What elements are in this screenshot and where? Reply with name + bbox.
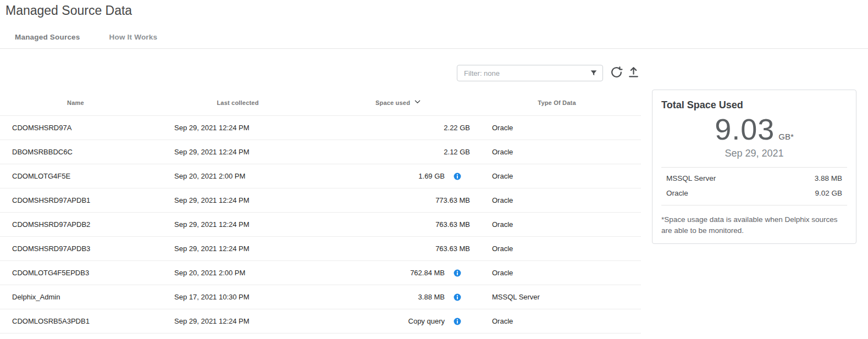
tab-how-it-works[interactable]: How It Works (109, 33, 158, 41)
breakdown-row: MSSQL Server 3.88 MB (661, 174, 847, 182)
tab-bar: Managed Sources How It Works (15, 33, 157, 41)
cell-last-collected: Sep 17, 2021 10:30 PM (151, 293, 324, 301)
cell-type-of-data: Oracle (473, 317, 641, 325)
info-slot (445, 318, 470, 325)
refresh-icon (610, 65, 623, 79)
cell-space-used: 773.63 MB (324, 196, 473, 204)
filter-funnel-icon[interactable] (589, 69, 598, 77)
space-used-value: 3.88 MB (418, 293, 445, 301)
table-body: CDOMSHSRD97A Sep 29, 2021 12:24 PM 2.22 … (0, 115, 641, 334)
cell-name: CDOMLOSRB5A3PDB1 (0, 317, 151, 325)
filter-field (457, 65, 603, 81)
info-slot (445, 173, 470, 180)
cell-name: CDOMSHSRD97A (0, 124, 151, 132)
table-row[interactable]: CDOMLOTG4F5E Sep 20, 2021 2:00 PM 1.69 G… (0, 164, 641, 188)
cell-name: CDOMSHSRD97APDB3 (0, 244, 151, 253)
page-title: Managed Source Data (5, 3, 132, 18)
total-space-used-panel: Total Space Used 9.03 GB* Sep 29, 2021 M… (652, 90, 856, 244)
breakdown-value: 3.88 MB (815, 174, 842, 182)
space-used-value: 763.63 MB (435, 244, 470, 253)
breakdown-label: MSSQL Server (666, 174, 716, 182)
cell-space-used: Copy query (324, 317, 473, 325)
total-space-value-row: 9.03 GB* (661, 112, 847, 146)
space-used-value: 2.12 GB (444, 148, 470, 156)
table-header: Name Last collected Space used Type Of D… (0, 90, 641, 115)
header-divider (0, 48, 868, 49)
table-row[interactable]: CDOMSHSRD97APDB2 Sep 29, 2021 12:24 PM 7… (0, 212, 641, 236)
cell-last-collected: Sep 29, 2021 12:24 PM (151, 244, 324, 253)
space-used-value: 762.84 MB (410, 269, 445, 277)
cell-last-collected: Sep 29, 2021 12:24 PM (151, 148, 324, 156)
export-button[interactable] (626, 65, 640, 80)
cell-name: CDOMLOTG4F5EPDB3 (0, 269, 151, 277)
space-used-value: 1.69 GB (418, 172, 445, 180)
cell-space-used: 2.12 GB (324, 148, 473, 156)
cell-last-collected: Sep 20, 2021 2:00 PM (151, 269, 324, 277)
total-space-unit: GB* (778, 132, 794, 141)
managed-sources-table: Name Last collected Space used Type Of D… (0, 90, 641, 334)
copy-query-button[interactable]: Copy query (408, 317, 445, 325)
table-row[interactable]: CDOMSHSRD97A Sep 29, 2021 12:24 PM 2.22 … (0, 115, 641, 140)
breakdown-value: 9.02 GB (815, 189, 842, 197)
cell-name: Delphix_Admin (0, 293, 151, 301)
panel-divider-bottom (661, 205, 847, 205)
tab-managed-sources[interactable]: Managed Sources (15, 33, 80, 41)
space-usage-footnote: *Space usage data is available when Delp… (661, 214, 847, 236)
column-header-name[interactable]: Name (0, 99, 151, 106)
cell-space-used: 763.63 MB (324, 220, 473, 229)
panel-divider-top (661, 167, 847, 168)
column-header-last-collected[interactable]: Last collected (151, 99, 324, 106)
total-space-value: 9.03 (715, 112, 775, 146)
cell-type-of-data: Oracle (473, 124, 641, 132)
cell-last-collected: Sep 20, 2021 2:00 PM (151, 172, 324, 180)
space-used-value: 2.22 GB (444, 124, 470, 132)
cell-last-collected: Sep 29, 2021 12:24 PM (151, 220, 324, 229)
table-row[interactable]: CDOMLOSRB5A3PDB1 Sep 29, 2021 12:24 PM C… (0, 309, 641, 334)
column-header-space-used-label: Space used (375, 99, 410, 106)
cell-last-collected: Sep 29, 2021 12:24 PM (151, 317, 324, 325)
as-of-date: Sep 29, 2021 (661, 148, 847, 159)
cell-type-of-data: Oracle (473, 172, 641, 180)
cell-type-of-data: MSSQL Server (473, 293, 641, 301)
info-icon[interactable] (454, 269, 461, 277)
table-row[interactable]: CDOMLOTG4F5EPDB3 Sep 20, 2021 2:00 PM 76… (0, 260, 641, 285)
cell-name: CDOMSHSRD97APDB2 (0, 220, 151, 229)
cell-name: DBOMSRBBDC6C (0, 148, 151, 156)
cell-space-used: 763.63 MB (324, 244, 473, 253)
panel-title: Total Space Used (661, 99, 847, 111)
cell-last-collected: Sep 29, 2021 12:24 PM (151, 196, 324, 204)
breakdown-row: Oracle 9.02 GB (661, 189, 847, 197)
cell-last-collected: Sep 29, 2021 12:24 PM (151, 124, 324, 132)
cell-space-used: 2.22 GB (324, 124, 473, 132)
info-slot (445, 269, 470, 277)
sort-chevron-down-icon[interactable] (413, 98, 422, 106)
cell-type-of-data: Oracle (473, 196, 641, 204)
cell-type-of-data: Oracle (473, 269, 641, 277)
cell-space-used: 762.84 MB (324, 269, 473, 277)
refresh-button[interactable] (609, 65, 623, 80)
cell-space-used: 3.88 MB (324, 293, 473, 301)
space-used-value: 773.63 MB (435, 196, 470, 204)
info-icon[interactable] (454, 173, 461, 180)
export-icon (627, 65, 640, 79)
info-icon[interactable] (454, 293, 461, 301)
space-used-value: 763.63 MB (435, 220, 470, 229)
cell-type-of-data: Oracle (473, 220, 641, 229)
table-row[interactable]: CDOMSHSRD97APDB1 Sep 29, 2021 12:24 PM 7… (0, 188, 641, 212)
column-header-type-of-data[interactable]: Type Of Data (473, 99, 641, 106)
table-row[interactable]: CDOMSHSRD97APDB3 Sep 29, 2021 12:24 PM 7… (0, 236, 641, 260)
breakdown-label: Oracle (666, 189, 688, 197)
cell-name: CDOMSHSRD97APDB1 (0, 196, 151, 204)
table-row[interactable]: Delphix_Admin Sep 17, 2021 10:30 PM 3.88… (0, 285, 641, 309)
info-slot (445, 293, 470, 301)
cell-name: CDOMLOTG4F5E (0, 172, 151, 180)
filter-input[interactable] (457, 65, 603, 81)
table-row[interactable]: DBOMSRBBDC6C Sep 29, 2021 12:24 PM 2.12 … (0, 140, 641, 164)
info-icon[interactable] (454, 318, 461, 325)
column-header-space-used[interactable]: Space used (324, 99, 473, 106)
cell-space-used: 1.69 GB (324, 172, 473, 180)
cell-type-of-data: Oracle (473, 148, 641, 156)
cell-type-of-data: Oracle (473, 244, 641, 253)
